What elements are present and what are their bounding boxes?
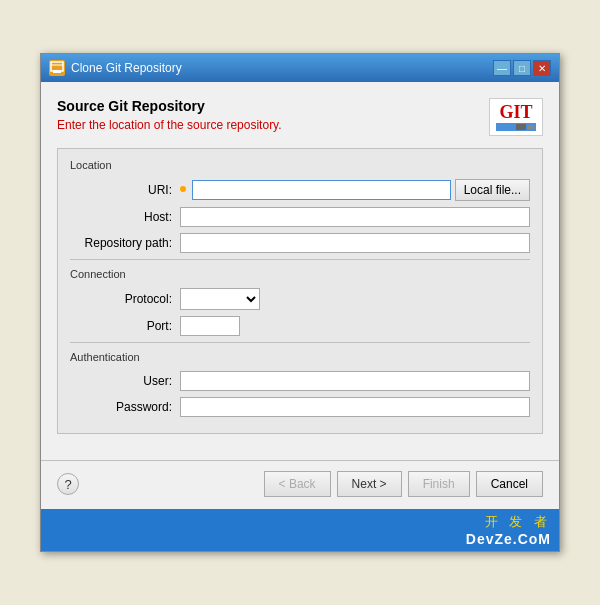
minimize-button[interactable]: —	[493, 60, 511, 76]
host-input[interactable]	[180, 207, 530, 227]
connection-label: Connection	[70, 268, 530, 280]
password-label: Password:	[70, 400, 180, 414]
location-label: Location	[70, 159, 530, 171]
window-icon	[49, 60, 65, 76]
git-logo-text: GIT	[499, 103, 532, 121]
repo-path-label: Repository path:	[70, 236, 180, 250]
port-input[interactable]	[180, 316, 240, 336]
watermark-top: 开 发 者	[49, 513, 551, 531]
password-row: Password:	[70, 397, 530, 417]
location-section: Location URI: Local file... Host: Reposi…	[57, 148, 543, 434]
main-window: Clone Git Repository — □ ✕ Source Git Re…	[40, 53, 560, 552]
authentication-label: Authentication	[70, 351, 530, 363]
help-button[interactable]: ?	[57, 473, 79, 495]
header-text: Source Git Repository Enter the location…	[57, 98, 282, 132]
protocol-row: Protocol: ssh http https git	[70, 288, 530, 310]
user-label: User:	[70, 374, 180, 388]
repo-path-row: Repository path:	[70, 233, 530, 253]
header-section: Source Git Repository Enter the location…	[57, 98, 543, 136]
section-divider	[70, 259, 530, 260]
title-bar: Clone Git Repository — □ ✕	[41, 54, 559, 82]
port-row: Port:	[70, 316, 530, 336]
host-label: Host:	[70, 210, 180, 224]
git-logo-bar	[496, 123, 536, 131]
back-button[interactable]: < Back	[264, 471, 331, 497]
title-bar-left: Clone Git Repository	[49, 60, 182, 76]
watermark: 开 发 者 DevZe.CoM	[41, 509, 559, 551]
next-button[interactable]: Next >	[337, 471, 402, 497]
uri-input[interactable]	[192, 180, 451, 200]
main-content: Source Git Repository Enter the location…	[41, 82, 559, 460]
window-title: Clone Git Repository	[71, 61, 182, 75]
page-title: Source Git Repository	[57, 98, 282, 114]
uri-indicator	[180, 186, 186, 192]
git-logo: GIT	[489, 98, 543, 136]
local-file-button[interactable]: Local file...	[455, 179, 530, 201]
finish-button[interactable]: Finish	[408, 471, 470, 497]
watermark-bottom: DevZe.CoM	[49, 531, 551, 547]
uri-row: URI: Local file...	[70, 179, 530, 201]
close-button[interactable]: ✕	[533, 60, 551, 76]
page-subtitle: Enter the location of the source reposit…	[57, 118, 282, 132]
repo-path-input[interactable]	[180, 233, 530, 253]
user-row: User:	[70, 371, 530, 391]
user-input[interactable]	[180, 371, 530, 391]
nav-buttons: < Back Next > Finish Cancel	[264, 471, 543, 497]
protocol-select[interactable]: ssh http https git	[180, 288, 260, 310]
section-divider-2	[70, 342, 530, 343]
uri-label: URI:	[70, 183, 180, 197]
port-label: Port:	[70, 319, 180, 333]
svg-rect-2	[53, 70, 61, 73]
bottom-bar: ? < Back Next > Finish Cancel	[41, 460, 559, 509]
password-input[interactable]	[180, 397, 530, 417]
svg-rect-0	[51, 62, 63, 71]
protocol-label: Protocol:	[70, 292, 180, 306]
uri-input-group: Local file...	[180, 179, 530, 201]
maximize-button[interactable]: □	[513, 60, 531, 76]
cancel-button[interactable]: Cancel	[476, 471, 543, 497]
host-row: Host:	[70, 207, 530, 227]
title-controls: — □ ✕	[493, 60, 551, 76]
